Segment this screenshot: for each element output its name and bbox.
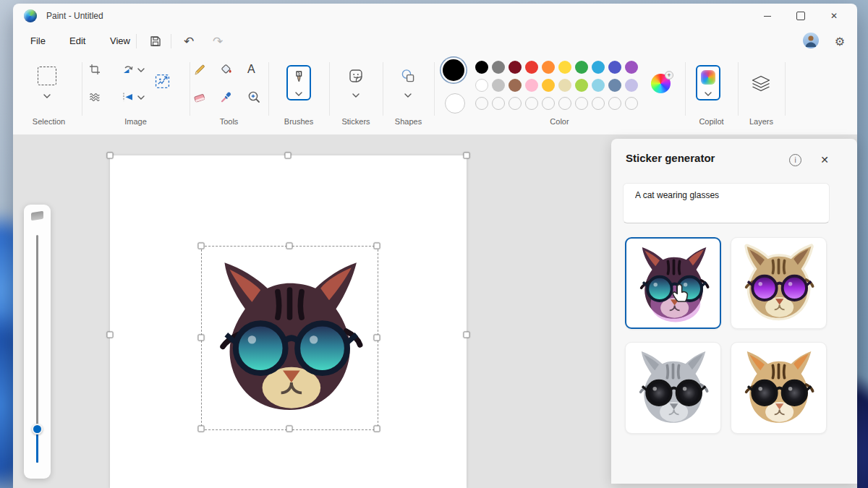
fill-tool-button[interactable] <box>220 63 233 76</box>
group-label-layers: Layers <box>738 117 785 126</box>
group-label-copilot: Copilot <box>685 117 738 126</box>
selection-handle[interactable] <box>198 335 205 341</box>
palette-color[interactable] <box>575 79 588 92</box>
gear-icon: ⚙ <box>835 35 845 48</box>
resize-image-button[interactable] <box>155 74 170 89</box>
group-label-color: Color <box>434 117 685 126</box>
flip-dropdown[interactable] <box>137 95 145 100</box>
group-label-selection: Selection <box>16 117 82 126</box>
ribbon-divider <box>329 62 330 116</box>
palette-color[interactable] <box>475 61 488 74</box>
palette-empty-slot[interactable] <box>608 97 621 110</box>
palette-color[interactable] <box>575 61 588 74</box>
palette-color[interactable] <box>542 61 555 74</box>
palette-empty-slot[interactable] <box>509 97 522 110</box>
palette-color[interactable] <box>525 79 538 92</box>
minimize-button[interactable] <box>751 4 784 28</box>
palette-color[interactable] <box>509 61 522 74</box>
settings-button[interactable]: ⚙ <box>829 31 851 51</box>
palette-empty-slot[interactable] <box>575 97 588 110</box>
canvas-resize-handle[interactable] <box>464 332 470 338</box>
undo-button[interactable]: ↶ <box>176 31 201 51</box>
palette-color[interactable] <box>475 79 488 92</box>
pencil-tool-button[interactable] <box>193 64 206 77</box>
save-button[interactable] <box>143 31 168 51</box>
flip-button[interactable] <box>122 91 134 103</box>
info-button[interactable]: i <box>789 154 801 166</box>
remove-background-button[interactable] <box>89 91 101 103</box>
palette-empty-slot[interactable] <box>558 97 571 110</box>
selection-handle[interactable] <box>286 243 293 249</box>
palette-color[interactable] <box>525 61 538 74</box>
layers-button[interactable] <box>752 75 770 93</box>
maximize-button[interactable] <box>784 4 817 28</box>
canvas-cat-sticker[interactable] <box>204 249 375 427</box>
menu-view[interactable]: View <box>101 31 139 51</box>
palette-color[interactable] <box>558 79 571 92</box>
selection-handle[interactable] <box>374 243 380 249</box>
background-color-swatch[interactable] <box>445 93 465 114</box>
canvas-resize-handle[interactable] <box>285 153 292 159</box>
selection-handle[interactable] <box>198 426 205 432</box>
palette-row-3-empty <box>475 97 638 110</box>
canvas-resize-handle[interactable] <box>107 153 114 159</box>
palette-color[interactable] <box>492 79 505 92</box>
title-bar[interactable]: Paint - Untitled ✕ <box>13 4 857 29</box>
palette-color[interactable] <box>592 79 605 92</box>
sticker-result-1[interactable] <box>625 237 721 329</box>
sticker-selection-box[interactable] <box>201 246 378 430</box>
menu-edit[interactable]: Edit <box>61 31 94 51</box>
panel-close-button[interactable]: ✕ <box>816 151 833 168</box>
close-button[interactable]: ✕ <box>817 4 851 28</box>
remove-background-icon <box>89 91 101 103</box>
palette-color[interactable] <box>608 79 621 92</box>
shapes-button[interactable] <box>396 65 420 100</box>
palette-empty-slot[interactable] <box>592 97 605 110</box>
foreground-color-swatch[interactable] <box>443 59 464 81</box>
ribbon-divider <box>190 62 190 116</box>
sticker-result-4[interactable] <box>731 342 827 434</box>
magnifier-tool-button[interactable] <box>247 90 260 103</box>
palette-color[interactable] <box>542 79 555 92</box>
palette-color[interactable] <box>492 61 505 74</box>
palette-empty-slot[interactable] <box>625 97 638 110</box>
eraser-tool-button[interactable] <box>193 91 206 104</box>
sticker-result-3[interactable] <box>625 342 721 434</box>
brushes-button[interactable] <box>286 65 311 100</box>
crop-button[interactable] <box>89 64 101 75</box>
stickers-button[interactable] <box>344 65 368 100</box>
palette-row-1 <box>475 61 638 74</box>
rotate-button[interactable] <box>122 64 134 75</box>
resize-image-icon <box>155 74 170 89</box>
magnifier-icon <box>247 90 260 103</box>
canvas-resize-handle[interactable] <box>464 153 470 159</box>
prompt-input[interactable] <box>634 189 821 201</box>
palette-empty-slot[interactable] <box>542 97 555 110</box>
zoom-slider-thumb[interactable] <box>32 424 43 435</box>
palette-color[interactable] <box>592 61 605 74</box>
selection-handle[interactable] <box>198 243 205 249</box>
selection-handle[interactable] <box>286 426 293 432</box>
sticker-result-2[interactable] <box>731 237 827 329</box>
redo-icon: ↷ <box>213 34 223 49</box>
color-picker-tool-button[interactable] <box>220 90 233 103</box>
menu-file[interactable]: File <box>22 31 54 51</box>
palette-color[interactable] <box>608 61 621 74</box>
rotate-dropdown[interactable] <box>137 68 145 72</box>
palette-color[interactable] <box>509 79 522 92</box>
palette-empty-slot[interactable] <box>492 97 505 110</box>
selection-handle[interactable] <box>374 426 380 432</box>
canvas-resize-handle[interactable] <box>107 332 114 338</box>
selection-tool-button[interactable] <box>35 61 59 101</box>
palette-color[interactable] <box>625 61 638 74</box>
palette-empty-slot[interactable] <box>475 97 488 110</box>
palette-color[interactable] <box>625 79 638 92</box>
palette-color[interactable] <box>558 61 571 74</box>
selection-handle[interactable] <box>374 335 380 341</box>
palette-empty-slot[interactable] <box>525 97 538 110</box>
text-tool-button[interactable]: A <box>247 63 255 76</box>
account-avatar[interactable] <box>803 33 819 48</box>
copilot-button[interactable] <box>696 65 720 100</box>
copilot-icon <box>701 70 715 85</box>
redo-button[interactable]: ↷ <box>205 31 230 51</box>
